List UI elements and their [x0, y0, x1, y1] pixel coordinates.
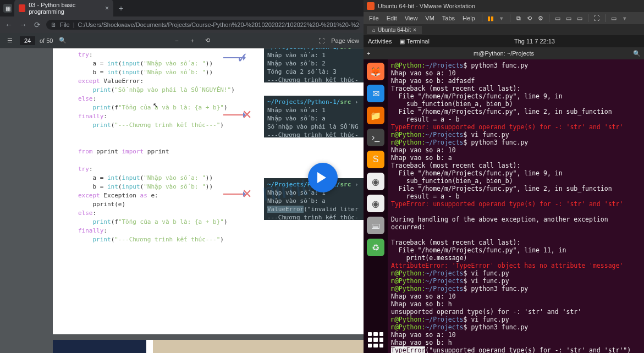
cross-icon: ✕ [242, 108, 252, 122]
cursor-icon: ↖ [153, 102, 158, 109]
disc-icon[interactable]: ◉ [367, 195, 384, 212]
menu-view[interactable]: View [401, 14, 421, 23]
page-input[interactable] [20, 36, 35, 45]
forward-button[interactable]: → [18, 19, 29, 30]
screen-icon[interactable]: ▭ [553, 13, 563, 23]
menu-vm[interactable]: VM [422, 14, 438, 23]
home-icon: ⌂ [372, 27, 376, 33]
multi-icon[interactable]: ▭ [564, 13, 574, 23]
zoom-in-button[interactable]: + [186, 35, 197, 46]
pdf-viewport[interactable]: try: a = int(input("Nhập vào số a: ")) b… [0, 48, 364, 353]
menu-file[interactable]: File [366, 14, 382, 23]
zoom-out-button[interactable]: − [171, 35, 182, 46]
console-output-1: ~/Projects/Python-1/src › Nhập vào số a:… [264, 48, 364, 82]
close-icon[interactable]: × [105, 4, 109, 12]
fit-icon[interactable]: ⛶ [316, 35, 327, 46]
favicon-icon [19, 4, 25, 12]
app-menu-icon[interactable]: ▦ [3, 4, 12, 13]
vmware-window: Ubuntu 64-bit - VMware Workstation File … [364, 0, 644, 353]
active-app[interactable]: ▣ Terminal [399, 38, 429, 45]
rotate-icon[interactable]: ⟲ [202, 35, 213, 46]
vmware-menubar: File Edit View VM Tabs Help ▮▮ ▾ ⧉ ⟲ ⚙ ▭… [364, 12, 644, 24]
clock[interactable]: Thg 11 7 22:13 [514, 38, 555, 45]
vmware-titlebar: Ubuntu 64-bit - VMware Workstation [364, 0, 644, 12]
console-output-2: ~/Projects/Python-1/src › Nhập vào số a:… [264, 96, 364, 137]
back-button[interactable]: ← [3, 19, 14, 30]
ubuntu-desktop: Activities ▣ Terminal Thg 11 7 22:13 + m… [364, 35, 644, 353]
menu-tabs[interactable]: Tabs [439, 14, 458, 23]
firefox-icon[interactable]: 🦊 [367, 63, 384, 80]
disc-icon[interactable]: ◉ [367, 173, 384, 190]
close-icon[interactable]: × [413, 27, 416, 33]
menu-help[interactable]: Help [459, 14, 478, 23]
pdf-toolbar: ☰ of 50 🔍 − + ⟲ ⛶ Page view [0, 33, 364, 48]
menu-edit[interactable]: Edit [383, 14, 400, 23]
drive-icon[interactable]: 🖴 [367, 217, 384, 234]
cycle-icon[interactable]: ▭ [609, 13, 619, 23]
vm-tab[interactable]: ⌂ Ubuntu 64-bit × [367, 26, 422, 34]
thunderbird-icon[interactable]: ✉ [367, 85, 384, 102]
reload-button[interactable]: ⟳ [32, 19, 43, 30]
page-total: of 50 [40, 37, 53, 44]
pause-button[interactable]: ▮▮ [486, 13, 496, 23]
activities-button[interactable]: Activities [368, 38, 392, 45]
unity-icon[interactable]: ▭ [575, 13, 585, 23]
sidebar-toggle-icon[interactable]: ☰ [4, 35, 15, 46]
code-block-1: try: a = int(input("Nhập vào số a: ")) b… [78, 51, 235, 130]
search-icon[interactable]: 🔍 [57, 35, 68, 46]
vmware-tabbar: ⌂ Ubuntu 64-bit × [364, 24, 644, 35]
play-button[interactable] [308, 163, 338, 192]
manage-icon[interactable]: ⚙ [536, 13, 546, 23]
checkmark-icon: ✓ [236, 49, 249, 67]
revert-icon[interactable]: ⟲ [525, 13, 535, 23]
next-page-preview [0, 340, 364, 353]
cross-icon: ✕ [242, 187, 252, 201]
new-tab-button[interactable]: + [115, 3, 126, 14]
file-icon: 🗎 [51, 21, 57, 28]
terminal-icon[interactable]: ›_ [367, 129, 384, 146]
terminal-title: m@Python: ~/Projects [474, 50, 534, 57]
files-icon[interactable]: 📁 [367, 107, 384, 124]
app-grid-icon[interactable] [368, 332, 383, 348]
gnome-topbar: Activities ▣ Terminal Thg 11 7 22:13 [364, 35, 644, 47]
vmware-title: Ubuntu 64-bit - VMware Workstation [378, 3, 475, 9]
tab-title: 03 - Python basic programming [29, 2, 102, 15]
ubuntu-dock: 🦊 ✉ 📁 ›_ S ◉ ◉ 🖴 ♻ [364, 59, 388, 353]
page-view-label: Page view [331, 37, 359, 44]
fullscreen-icon[interactable]: ⛶ [592, 13, 602, 23]
url-box[interactable]: 🗎 File | C:/Users/Shockwave/Documents/Pr… [46, 20, 360, 30]
terminal-output[interactable]: m@Python:~/Projects$ python3 func.py Nha… [388, 59, 644, 353]
browser-tab[interactable]: 03 - Python basic programming × [14, 0, 113, 17]
url-prefix: File [60, 21, 70, 28]
tabstrip: ▦ 03 - Python basic programming × + [0, 0, 364, 16]
terminal-titlebar: + m@Python: ~/Projects 🔍 [364, 47, 644, 59]
search-icon[interactable]: 🔍 [633, 50, 641, 57]
trash-icon[interactable]: ♻ [367, 239, 384, 256]
code-block-2: from pprint import pprint try: a = int(i… [78, 147, 228, 244]
address-bar: ← → ⟳ 🗎 File | C:/Users/Shockwave/Docume… [0, 16, 364, 33]
sublime-icon[interactable]: S [367, 151, 384, 168]
url-text: C:/Users/Shockwave/Documents/Projects/Co… [78, 21, 360, 28]
new-tab-button[interactable]: + [367, 50, 370, 57]
ubuntu-icon [367, 2, 375, 10]
snapshot-icon[interactable]: ⧉ [514, 13, 524, 23]
